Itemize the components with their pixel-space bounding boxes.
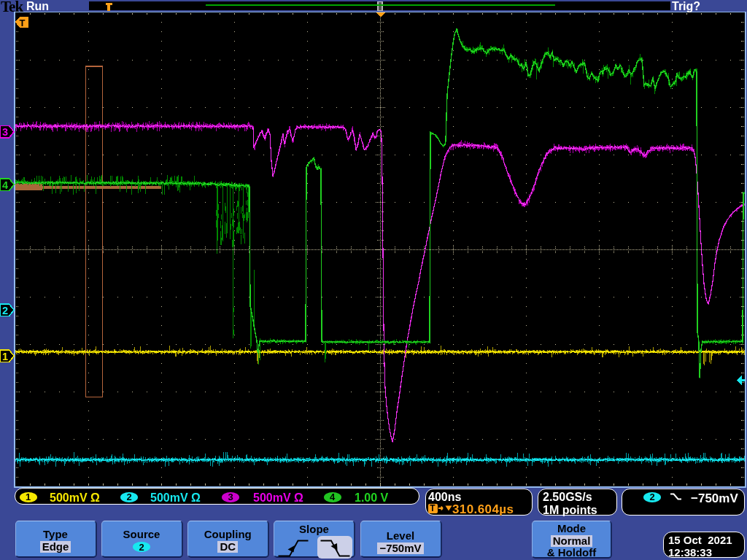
svg-text:1: 1 [2,351,8,362]
svg-text:2: 2 [2,305,8,316]
svg-text:3: 3 [2,126,8,138]
svg-text:4: 4 [2,179,8,191]
svg-text:T: T [20,18,26,28]
